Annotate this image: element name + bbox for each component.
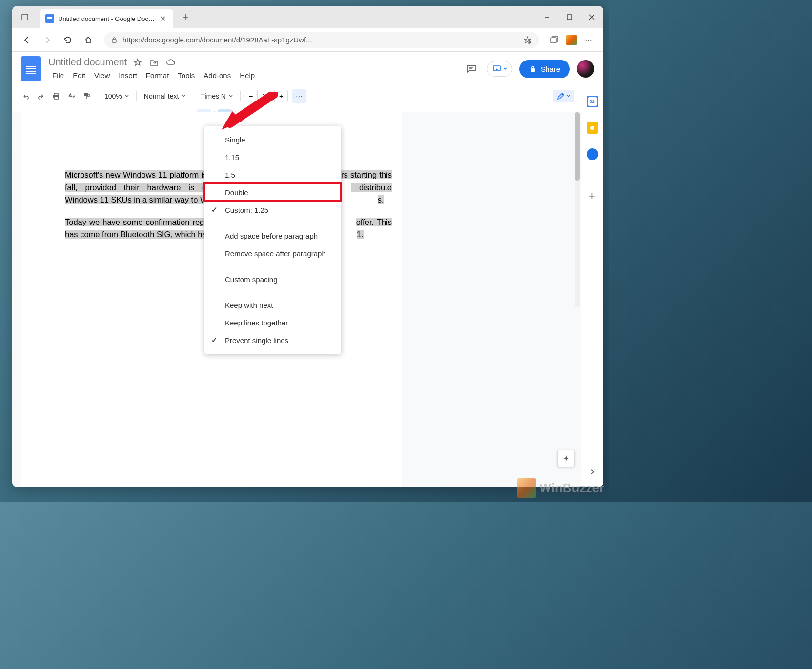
- toolbar-primary: 100% Normal text Times N − 12 + ⋯: [12, 86, 603, 106]
- svg-rect-0: [22, 14, 28, 20]
- close-window-button[interactable]: [581, 6, 603, 28]
- star-button[interactable]: [132, 57, 143, 68]
- explore-button[interactable]: [557, 450, 575, 467]
- font-size-control[interactable]: − 12 +: [244, 90, 288, 102]
- tasks-icon[interactable]: [587, 148, 598, 160]
- scrollbar-thumb[interactable]: [575, 112, 580, 181]
- present-button[interactable]: [487, 61, 512, 77]
- watermark-logo-icon: [517, 478, 536, 498]
- browser-addressbar: https://docs.google.com/document/d/1928A…: [12, 28, 603, 52]
- undo-button[interactable]: [19, 89, 33, 103]
- docs-header: Untitled document File Edit View Insert …: [12, 52, 603, 86]
- lock-icon: [529, 65, 537, 73]
- share-label: Share: [541, 65, 560, 73]
- add-space-before[interactable]: Add space before paragraph: [204, 227, 341, 244]
- browser-window: Untitled document - Google Doc… ✕ https:…: [12, 6, 603, 487]
- url-text: https://docs.google.com/document/d/1928A…: [122, 36, 518, 44]
- browser-tab[interactable]: Untitled document - Google Doc… ✕: [40, 9, 173, 28]
- tab-title: Untitled document - Google Doc…: [58, 15, 155, 22]
- watermark-text: WinBuzzer: [539, 481, 604, 496]
- svg-rect-2: [112, 40, 116, 42]
- menu-addons[interactable]: Add-ons: [200, 69, 235, 81]
- cloud-status-icon[interactable]: [165, 57, 177, 68]
- hide-panel-button[interactable]: [589, 468, 596, 477]
- menu-file[interactable]: File: [48, 69, 68, 81]
- pencil-icon: [557, 92, 565, 100]
- keep-icon[interactable]: [587, 122, 598, 134]
- spacing-1-15[interactable]: 1.15: [204, 148, 341, 166]
- browser-titlebar: Untitled document - Google Doc… ✕: [12, 6, 603, 28]
- spacing-single[interactable]: Single: [204, 131, 341, 148]
- favorite-icon[interactable]: [523, 36, 532, 44]
- font-dropdown[interactable]: Times N: [197, 89, 237, 103]
- svg-rect-9: [54, 97, 58, 99]
- font-size-value[interactable]: 12: [257, 90, 275, 102]
- new-tab-button[interactable]: [178, 10, 193, 24]
- svg-rect-7: [54, 93, 58, 95]
- lock-icon: [111, 37, 118, 43]
- watermark: WinBuzzer: [517, 478, 604, 498]
- svg-rect-6: [531, 68, 535, 72]
- svg-rect-10: [84, 93, 88, 96]
- side-panel: +: [581, 86, 603, 487]
- vertical-scrollbar[interactable]: [575, 112, 580, 307]
- spacing-1-5[interactable]: 1.5: [204, 166, 341, 183]
- menu-bar: File Edit View Insert Format Tools Add-o…: [48, 69, 259, 81]
- chevron-down-icon: [503, 67, 507, 71]
- refresh-button[interactable]: [59, 31, 77, 49]
- menu-insert[interactable]: Insert: [115, 69, 141, 81]
- keep-with-next[interactable]: Keep with next: [204, 296, 341, 314]
- menu-edit[interactable]: Edit: [69, 69, 89, 81]
- comments-button[interactable]: [463, 60, 480, 78]
- zoom-dropdown[interactable]: 100%: [101, 89, 133, 103]
- url-input[interactable]: https://docs.google.com/document/d/1928A…: [104, 32, 539, 48]
- svg-rect-4: [551, 38, 556, 43]
- user-avatar[interactable]: [577, 60, 594, 78]
- menu-format[interactable]: Format: [142, 69, 173, 81]
- tab-close-button[interactable]: ✕: [159, 14, 167, 23]
- calendar-icon[interactable]: [587, 96, 598, 107]
- move-button[interactable]: [148, 57, 160, 68]
- minimize-button[interactable]: [536, 6, 558, 28]
- more-button[interactable]: ⋯: [580, 31, 597, 49]
- remove-space-after[interactable]: Remove space after paragraph: [204, 244, 341, 262]
- svg-rect-1: [567, 15, 572, 20]
- editing-mode-button[interactable]: [553, 90, 574, 102]
- spacing-double[interactable]: Double: [204, 183, 341, 201]
- spellcheck-button[interactable]: [64, 89, 78, 103]
- forward-button[interactable]: [39, 31, 56, 49]
- print-button[interactable]: [49, 89, 63, 103]
- document-title[interactable]: Untitled document: [48, 57, 127, 68]
- menu-help[interactable]: Help: [236, 69, 259, 81]
- addons-plus-button[interactable]: +: [589, 190, 595, 203]
- line-spacing-dropdown: Single 1.15 1.5 Double Custom: 1.25 Add …: [204, 126, 341, 354]
- docs-favicon-icon: [45, 14, 54, 23]
- menu-tools[interactable]: Tools: [174, 69, 199, 81]
- share-button[interactable]: Share: [519, 60, 570, 78]
- spacing-custom-current[interactable]: Custom: 1.25: [204, 201, 341, 219]
- collections-button[interactable]: [546, 31, 563, 49]
- home-button[interactable]: [80, 31, 97, 49]
- redo-button[interactable]: [34, 89, 48, 103]
- toolbar-more-button[interactable]: ⋯: [292, 89, 306, 103]
- style-dropdown[interactable]: Normal text: [140, 89, 190, 103]
- font-size-decrease[interactable]: −: [244, 90, 257, 102]
- custom-spacing[interactable]: Custom spacing: [204, 270, 341, 288]
- docs-logo-icon[interactable]: [21, 56, 41, 81]
- font-size-increase[interactable]: +: [275, 90, 287, 102]
- keep-lines-together[interactable]: Keep lines together: [204, 314, 341, 331]
- tab-actions-button[interactable]: [16, 10, 34, 24]
- extension-icon[interactable]: [566, 35, 577, 45]
- menu-view[interactable]: View: [90, 69, 114, 81]
- maximize-button[interactable]: [558, 6, 581, 28]
- paint-format-button[interactable]: [80, 89, 93, 103]
- back-button[interactable]: [18, 31, 36, 49]
- prevent-single-lines[interactable]: Prevent single lines: [204, 331, 341, 349]
